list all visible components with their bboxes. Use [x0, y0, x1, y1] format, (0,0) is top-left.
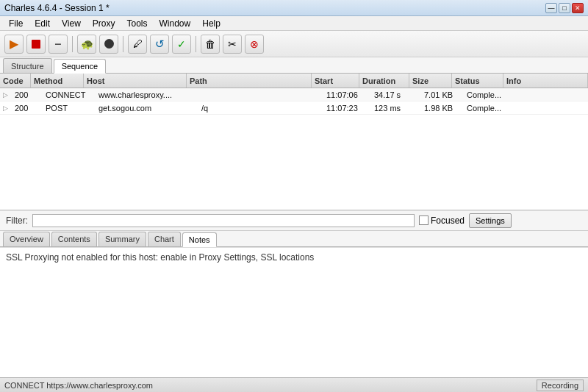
tab-structure[interactable]: Structure [3, 58, 52, 73]
record-icon [104, 39, 114, 49]
row-icon-2: ▷ [0, 101, 12, 114]
focused-checkbox[interactable] [419, 215, 429, 225]
toolbar-separator-2 [123, 36, 123, 52]
close-button[interactable]: ✕ [572, 3, 584, 13]
title-text: Charles 4.6.4 - Session 1 * [4, 3, 110, 13]
menu-view[interactable]: View [56, 17, 87, 30]
menu-tools[interactable]: Tools [121, 17, 154, 30]
status-bar: CONNECT https://www.charlesproxy.com Rec… [0, 377, 588, 392]
col-code: Code [0, 74, 31, 88]
row-duration-2: 123 ms [371, 101, 421, 114]
recording-label: Recording [542, 381, 578, 390]
row-path-1 [198, 88, 323, 101]
row-method-1: CONNECT [43, 88, 96, 101]
row-code-1: 200 [12, 88, 43, 101]
col-size: Size [409, 74, 452, 88]
toolbar-separator-3 [196, 36, 196, 52]
filter-bar: Filter: Focused Settings [0, 210, 588, 231]
row-method-2: POST [43, 101, 96, 114]
trash-button[interactable]: 🗑 [201, 35, 220, 54]
col-host: Host [84, 74, 187, 88]
row-host-2: get.sogou.com [96, 101, 198, 114]
stop-button[interactable] [26, 35, 46, 54]
throttle-button[interactable]: 🐢 [77, 35, 96, 54]
toolbar-separator-1 [72, 36, 73, 52]
row-info-1 [515, 88, 588, 101]
menu-edit[interactable]: Edit [29, 17, 56, 30]
col-path: Path [187, 74, 312, 88]
content-panel: SSL Proxying not enabled for this host: … [0, 247, 588, 393]
title-controls: — □ ✕ [545, 3, 584, 13]
settings-button[interactable]: Settings [469, 213, 512, 228]
menu-help[interactable]: Help [196, 17, 226, 30]
row-start-2: 11:07:23 [323, 101, 371, 114]
row-size-2: 1.98 KB [421, 101, 464, 114]
tab-overview[interactable]: Overview [3, 232, 50, 246]
col-method: Method [31, 74, 84, 88]
request-table: Code Method Host Path Start Duration Siz… [0, 74, 588, 210]
row-status-2: Comple... [464, 101, 515, 114]
scissors-button[interactable]: ✂ [223, 35, 242, 54]
menu-file[interactable]: File [3, 17, 29, 30]
main-area: Code Method Host Path Start Duration Siz… [0, 74, 588, 392]
remove-button[interactable]: – [49, 35, 68, 54]
row-size-1: 7.01 KB [421, 88, 464, 101]
notes-text: SSL Proxying not enabled for this host: … [6, 252, 314, 263]
view-tabs: Structure Sequence [0, 57, 588, 74]
row-status-1: Comple... [464, 88, 515, 101]
block-button[interactable]: ⊗ [245, 35, 264, 54]
col-duration: Duration [359, 74, 409, 88]
tab-sequence[interactable]: Sequence [54, 59, 107, 74]
tab-notes[interactable]: Notes [182, 232, 217, 247]
toolbar: ▶ – 🐢 🖊 ↺ ✓ 🗑 ✂ ⊗ [0, 31, 588, 57]
tab-chart[interactable]: Chart [148, 232, 181, 246]
stop-icon [32, 40, 40, 49]
focused-checkbox-area[interactable]: Focused [419, 215, 465, 226]
validate-button[interactable]: ✓ [172, 35, 191, 54]
table-row[interactable]: ▷ 200 CONNECT www.charlesproxy.... 11:07… [0, 88, 588, 101]
record-button[interactable] [99, 35, 118, 54]
menu-window[interactable]: Window [154, 17, 197, 30]
minimize-button[interactable]: — [545, 3, 557, 13]
table-row[interactable]: ▷ 200 POST get.sogou.com /q 11:07:23 123… [0, 101, 588, 115]
col-start: Start [312, 74, 359, 88]
edit-button[interactable]: 🖊 [128, 35, 147, 54]
row-duration-1: 34.17 s [371, 88, 421, 101]
filter-label: Filter: [6, 215, 28, 226]
col-info: Info [503, 74, 588, 88]
menu-bar: File Edit View Proxy Tools Window Help [0, 16, 588, 31]
refresh-button[interactable]: ↺ [150, 35, 169, 54]
bottom-panel-tabs: Overview Contents Summary Chart Notes [0, 231, 588, 247]
row-start-1: 11:07:06 [323, 88, 371, 101]
status-text: CONNECT https://www.charlesproxy.com [4, 381, 153, 390]
maximize-button[interactable]: □ [559, 3, 570, 13]
title-bar: Charles 4.6.4 - Session 1 * — □ ✕ [0, 0, 588, 16]
row-code-2: 200 [12, 101, 43, 114]
col-status: Status [452, 74, 503, 88]
row-icon-1: ▷ [0, 88, 12, 101]
tab-contents[interactable]: Contents [51, 232, 97, 246]
recording-badge: Recording [537, 379, 584, 391]
filter-input[interactable] [32, 214, 415, 227]
focused-label: Focused [431, 215, 465, 226]
table-header: Code Method Host Path Start Duration Siz… [0, 74, 588, 88]
tab-summary[interactable]: Summary [98, 232, 146, 246]
row-path-2: /q [198, 101, 323, 114]
row-host-1: www.charlesproxy.... [96, 88, 198, 101]
menu-proxy[interactable]: Proxy [87, 17, 121, 30]
start-button[interactable]: ▶ [4, 35, 24, 54]
row-info-2 [515, 101, 588, 114]
